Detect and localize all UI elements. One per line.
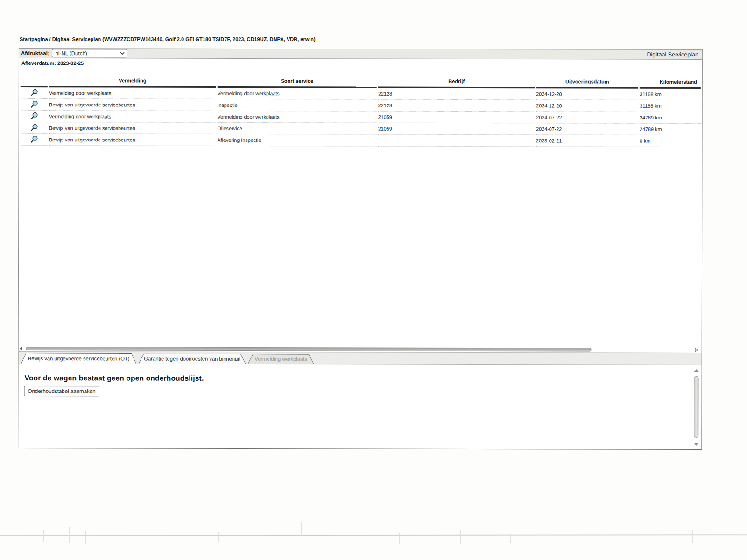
cell-bedrijf: 22128: [378, 100, 535, 112]
scroll-up-arrow-icon[interactable]: [694, 369, 699, 372]
column-header-uitvoeringsdatum: Uitvoeringsdatum: [536, 59, 638, 88]
cell-uitvoeringsdatum: 2024-07-22: [536, 123, 638, 135]
row-detail-button[interactable]: [29, 135, 38, 144]
column-header-kilometerstand: Kilometerstand: [640, 60, 701, 89]
scroll-down-arrow-icon[interactable]: [694, 443, 698, 446]
cell-vermelding: Bewijs van uitgevoerde servicebeurten: [49, 122, 216, 134]
scan-artifact: [218, 532, 219, 542]
magnifier-icon: [29, 88, 38, 97]
row-detail-button[interactable]: [29, 112, 38, 120]
print-language-select[interactable]: nl-NL (Dutch): [52, 49, 127, 57]
cell-kilometerstand: 0 km: [640, 135, 701, 147]
delivery-date-label: Afleverdatum: 2023-02-25: [21, 60, 84, 66]
row-detail-button[interactable]: [29, 123, 38, 132]
cell-uitvoeringsdatum: 2024-12-20: [536, 88, 638, 100]
cell-kilometerstand: 24789 km: [640, 124, 701, 135]
cell-uitvoeringsdatum: 2023-02-21: [536, 135, 638, 147]
top-toolbar: Afdruktaal: nl-NL (Dutch) Digitaal Servi…: [19, 48, 703, 60]
scan-artifact: [301, 522, 302, 536]
create-maintenance-table-button[interactable]: Onderhoudstabel aanmaken: [24, 386, 99, 396]
cell-soort-service: Vermelding door werkplaats: [217, 111, 376, 123]
breadcrumb-separator: /: [48, 36, 52, 42]
table-row[interactable]: Bewijs van uitgevoerde servicebeurten Af…: [21, 134, 701, 147]
chevron-down-icon: [120, 51, 125, 55]
cell-vermelding: Bewijs van uitgevoerde servicebeurten: [49, 99, 216, 111]
cell-kilometerstand: 31168 km: [640, 100, 701, 112]
row-detail-button[interactable]: [29, 88, 38, 97]
table-row[interactable]: Bewijs van uitgevoerde servicebeurten In…: [21, 99, 701, 112]
service-history-table: Vermelding Soort service Bedrijf Uitvoer…: [19, 58, 702, 147]
table-row[interactable]: Vermelding door werkplaats Vermelding do…: [21, 111, 701, 124]
magnifier-icon: [29, 112, 38, 120]
tab-label: Vermelding werkplaats: [248, 354, 314, 364]
scroll-left-arrow-icon[interactable]: [20, 347, 22, 350]
breadcrumb-current: Digitaal Serviceplan (WVWZZZCD7PW143440,…: [52, 36, 316, 42]
cell-soort-service: Aflevering Inspectie: [217, 134, 376, 147]
scan-artifact: [460, 530, 461, 544]
cell-bedrijf: [378, 135, 535, 147]
scroll-right-arrow-icon[interactable]: [695, 348, 699, 352]
tab-label: Garantie tegen doorroesten van binnenuit: [139, 354, 246, 364]
print-language-value: nl-NL (Dutch): [56, 50, 87, 56]
tab-garantie-doorroesten[interactable]: Garantie tegen doorroesten van binnenuit: [139, 354, 246, 364]
tab-vermelding-werkplaats[interactable]: Vermelding werkplaats: [248, 354, 314, 364]
scan-artifact: [399, 533, 400, 544]
scan-artifact: [69, 527, 70, 543]
cell-bedrijf: 22128: [378, 88, 535, 100]
cell-soort-service: Inspectie: [217, 99, 376, 112]
tab-bewijs-servicebeurten[interactable]: Bewijs van uitgevoerde servicebeurten (O…: [21, 353, 137, 364]
cell-uitvoeringsdatum: 2024-12-20: [536, 100, 638, 112]
magnifier-icon: [29, 100, 38, 109]
service-history-area: Afleverdatum: 2023-02-25 Vermelding Soor…: [18, 58, 703, 347]
column-header-soort-service: Soort service: [218, 59, 377, 88]
vertical-scrollbar-thumb[interactable]: [694, 376, 698, 438]
cell-kilometerstand: 31168 km: [640, 89, 701, 100]
scan-artifact: [692, 530, 693, 543]
scanned-page: { "breadcrumb": { "home": "Startpagina",…: [0, 0, 747, 560]
row-detail-button[interactable]: [29, 100, 38, 109]
table-row[interactable]: Vermelding door werkplaats Vermelding do…: [21, 87, 701, 100]
cell-soort-service: Vermelding door werkplaats: [217, 88, 376, 100]
scan-artifact-line: [0, 534, 747, 536]
magnifier-icon: [29, 123, 38, 132]
cell-bedrijf: 21059: [378, 123, 535, 135]
table-row[interactable]: Bewijs van uitgevoerde servicebeurten Ol…: [21, 122, 701, 135]
bottom-tabstrip: Bewijs van uitgevoerde servicebeurten (O…: [18, 351, 702, 365]
scan-artifact: [510, 534, 511, 543]
no-open-maintenance-message: Voor de wagen bestaat geen open onderhou…: [25, 374, 204, 383]
breadcrumb: Startpagina / Digitaal Serviceplan (WVWZ…: [20, 36, 316, 42]
print-language-label: Afdruktaal:: [21, 50, 49, 56]
vertical-scrollbar[interactable]: [693, 368, 699, 447]
cell-soort-service: Olieservice: [217, 123, 376, 135]
page-title: Digitaal Serviceplan: [647, 51, 699, 58]
column-header-bedrijf: Bedrijf: [378, 59, 535, 89]
cell-uitvoeringsdatum: 2024-07-22: [536, 112, 638, 123]
scan-artifact: [43, 530, 44, 542]
scan-artifact: [85, 531, 86, 544]
horizontal-scrollbar-thumb[interactable]: [26, 347, 592, 352]
serviceplan-app-frame: Afdruktaal: nl-NL (Dutch) Digitaal Servi…: [18, 48, 703, 450]
tab-label: Bewijs van uitgevoerde servicebeurten (O…: [21, 353, 137, 364]
magnifier-icon: [29, 135, 38, 144]
cell-kilometerstand: 24789 km: [640, 112, 701, 124]
breadcrumb-home-link[interactable]: Startpagina: [20, 36, 48, 42]
cell-vermelding: Vermelding door werkplaats: [49, 87, 216, 99]
table-header-row: Vermelding Soort service Bedrijf Uitvoer…: [21, 58, 701, 89]
cell-vermelding: Vermelding door werkplaats: [49, 111, 216, 123]
print-language-group: Afdruktaal: nl-NL (Dutch): [21, 49, 127, 57]
cell-vermelding: Bewijs van uitgevoerde servicebeurten: [49, 134, 216, 146]
cell-bedrijf: 21059: [378, 112, 535, 124]
maintenance-panel: Voor de wagen bestaat geen open onderhou…: [18, 364, 702, 450]
